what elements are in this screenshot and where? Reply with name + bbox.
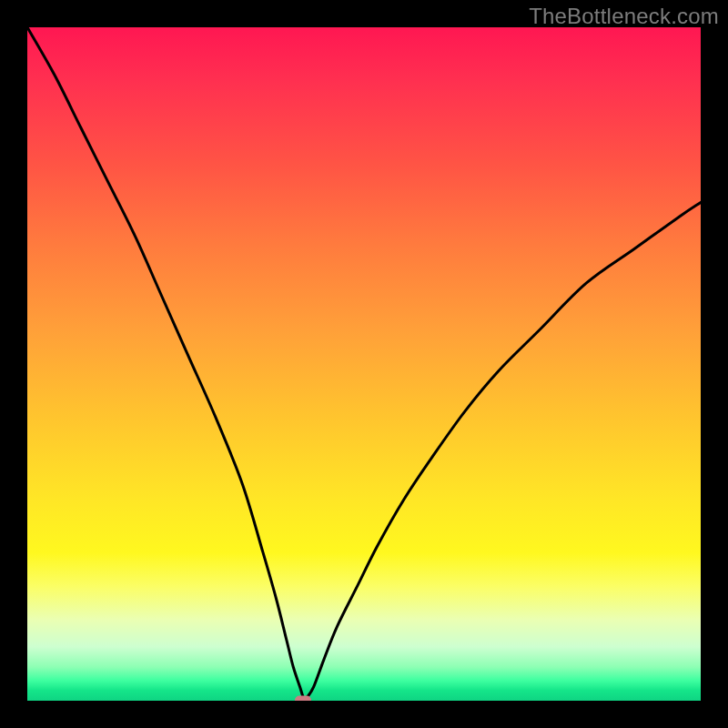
curve-svg [27, 27, 701, 701]
plot-area [27, 27, 701, 701]
bottleneck-curve [27, 27, 701, 699]
minimum-marker [295, 696, 311, 702]
chart-frame: TheBottleneck.com [0, 0, 728, 728]
watermark-text: TheBottleneck.com [529, 4, 719, 29]
